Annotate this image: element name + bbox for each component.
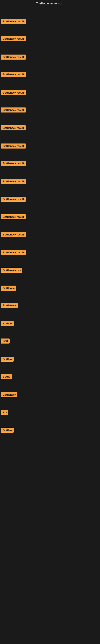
bottleneck-result-8[interactable]: Bottleneck result: [1, 144, 26, 148]
bottleneck-result-6[interactable]: Bottleneck result: [1, 108, 26, 112]
bottleneck-result-16[interactable]: Bottlenec: [1, 286, 16, 290]
bottleneck-result-5[interactable]: Bottleneck result: [1, 90, 26, 95]
bottleneck-result-22[interactable]: Bottleneck: [1, 392, 17, 397]
bottleneck-result-24[interactable]: Bottlen: [1, 428, 14, 433]
bottleneck-result-18[interactable]: Bottlen: [1, 321, 14, 326]
bottleneck-result-14[interactable]: Bottleneck result: [1, 250, 26, 255]
bottleneck-result-1[interactable]: Bottleneck result: [1, 19, 26, 24]
bottleneck-result-3[interactable]: Bottleneck result: [1, 54, 26, 60]
bottleneck-result-23[interactable]: Bot: [1, 410, 8, 415]
bottleneck-result-12[interactable]: Bottleneck result: [1, 214, 26, 219]
bottleneck-result-10[interactable]: Bottleneck result: [1, 179, 26, 184]
results-container: Bottleneck resultBottleneck resultBottle…: [0, 8, 100, 644]
bottleneck-result-4[interactable]: Bottleneck result: [1, 72, 26, 77]
site-title: TheBottlenecker.com: [0, 0, 100, 8]
bottleneck-result-11[interactable]: Bottleneck result: [1, 196, 26, 202]
vertical-line: [2, 544, 2, 644]
bottleneck-result-13[interactable]: Bottleneck result: [1, 232, 26, 237]
bottleneck-result-20[interactable]: Bottlen: [1, 356, 14, 362]
bottleneck-result-7[interactable]: Bottleneck result: [1, 126, 26, 130]
bottleneck-result-9[interactable]: Bottleneck result: [1, 161, 26, 166]
bottleneck-result-21[interactable]: Bottle: [1, 374, 12, 379]
bottleneck-result-17[interactable]: Bottleneck r: [1, 303, 18, 308]
bottleneck-result-2[interactable]: Bottleneck result: [1, 36, 26, 41]
bottleneck-result-15[interactable]: Bottleneck res: [1, 268, 22, 273]
bottleneck-result-19[interactable]: Bott: [1, 338, 10, 344]
